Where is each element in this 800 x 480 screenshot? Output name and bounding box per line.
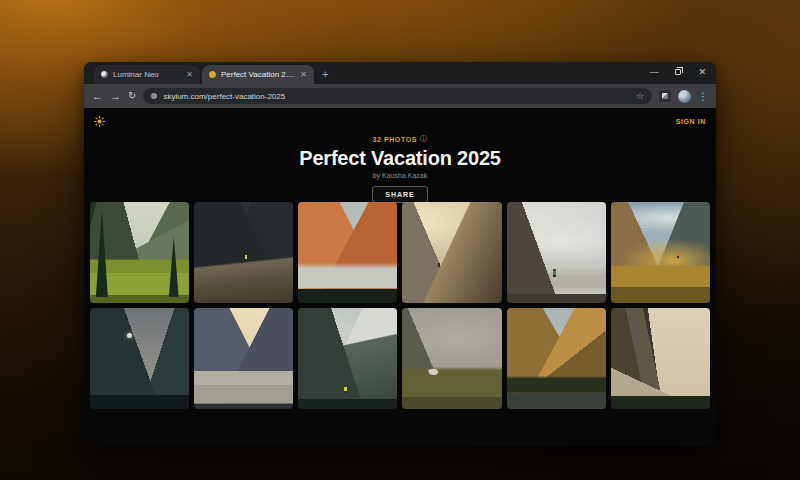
tab-perfect-vacation[interactable]: Perfect Vacation 2025 ✕ bbox=[202, 65, 314, 84]
hiker-figure bbox=[438, 263, 440, 267]
site-info-icon[interactable] bbox=[151, 93, 157, 99]
gallery-photo-6[interactable] bbox=[611, 202, 710, 303]
hiker-figure bbox=[677, 253, 679, 258]
skylum-sun-logo-icon[interactable] bbox=[94, 116, 105, 127]
photo-grid bbox=[90, 202, 710, 409]
tab-close-icon[interactable]: ✕ bbox=[186, 71, 193, 79]
photo-count-badge: 32 PHOTOS ⓘ bbox=[84, 134, 716, 144]
back-button[interactable]: ← bbox=[92, 91, 103, 102]
new-tab-button[interactable]: + bbox=[322, 68, 328, 80]
restore-button[interactable] bbox=[675, 69, 681, 75]
gallery-photo-5[interactable] bbox=[507, 202, 606, 303]
gallery-photo-8[interactable] bbox=[194, 308, 293, 409]
skylum-favicon-icon bbox=[209, 71, 216, 78]
gallery-photo-10[interactable] bbox=[402, 308, 501, 409]
sign-in-link[interactable]: SIGN IN bbox=[676, 118, 706, 125]
reload-button[interactable]: ↻ bbox=[128, 91, 136, 101]
pine-tree bbox=[167, 236, 180, 297]
tab-title: Perfect Vacation 2025 bbox=[221, 70, 295, 79]
minimize-button[interactable]: — bbox=[649, 68, 658, 77]
close-button[interactable]: ✕ bbox=[698, 68, 706, 77]
extension-icon[interactable] bbox=[659, 90, 671, 102]
profile-avatar[interactable] bbox=[678, 90, 691, 103]
gallery-photo-2[interactable] bbox=[194, 202, 293, 303]
window-controls: — ✕ bbox=[649, 65, 706, 79]
hiker-figure bbox=[553, 269, 556, 277]
site-topbar: SIGN IN bbox=[84, 108, 716, 134]
gallery-photo-7[interactable] bbox=[90, 308, 189, 409]
restore-icon bbox=[675, 69, 681, 75]
photo-count-text: 32 PHOTOS bbox=[372, 136, 417, 143]
luminar-neo-favicon-icon bbox=[101, 71, 108, 78]
gallery-photo-3[interactable] bbox=[298, 202, 397, 303]
forward-button[interactable]: → bbox=[110, 91, 121, 102]
hiker-figure bbox=[245, 255, 247, 259]
album-author: by Kausha Kazak bbox=[84, 172, 716, 179]
album-title: Perfect Vacation 2025 bbox=[84, 147, 716, 170]
hiker-figure bbox=[344, 387, 347, 393]
gallery-photo-4[interactable] bbox=[402, 202, 501, 303]
gallery-photo-11[interactable] bbox=[507, 308, 606, 409]
share-button[interactable]: SHARE bbox=[372, 186, 428, 203]
browser-toolbar: ← → ↻ skylum.com/perfect-vacation-2025 ☆… bbox=[84, 84, 716, 108]
bookmark-star-icon[interactable]: ☆ bbox=[636, 91, 644, 101]
gallery-photo-9[interactable] bbox=[298, 308, 397, 409]
address-bar[interactable]: skylum.com/perfect-vacation-2025 ☆ bbox=[143, 88, 652, 104]
browser-window: Luminar Neo ✕ Perfect Vacation 2025 ✕ + … bbox=[84, 62, 716, 446]
tab-strip: Luminar Neo ✕ Perfect Vacation 2025 ✕ + … bbox=[84, 62, 716, 84]
tab-luminar-neo[interactable]: Luminar Neo ✕ bbox=[94, 65, 200, 84]
pine-tree bbox=[94, 210, 110, 297]
info-icon[interactable]: ⓘ bbox=[420, 134, 428, 144]
gallery-photo-1[interactable] bbox=[90, 202, 189, 303]
url-text[interactable]: skylum.com/perfect-vacation-2025 bbox=[163, 92, 630, 101]
gallery-photo-12[interactable] bbox=[611, 308, 710, 409]
sheep bbox=[429, 369, 438, 375]
tab-title: Luminar Neo bbox=[113, 70, 181, 79]
page-content: SIGN IN 32 PHOTOS ⓘ Perfect Vacation 202… bbox=[84, 108, 716, 446]
moon bbox=[127, 333, 132, 338]
browser-menu-icon[interactable]: ⋮ bbox=[698, 91, 708, 102]
tab-close-icon[interactable]: ✕ bbox=[300, 71, 307, 79]
